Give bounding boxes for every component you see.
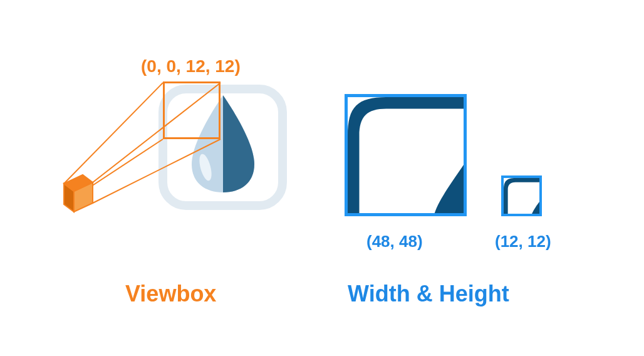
svg-marker-7 [64,175,93,191]
projection-prism [0,0,644,356]
rendered-12x12 [501,175,542,216]
dimensions-48-label: (48, 48) [366,232,423,251]
svg-line-1 [64,83,163,184]
rendered-48x48 [345,94,467,216]
viewbox-coords-label: (0, 0, 12, 12) [141,56,241,76]
width-height-title: Width & Height [348,281,509,307]
viewbox-title: Viewbox [125,281,216,307]
svg-marker-6 [64,184,74,212]
cropped-svg-large [348,97,464,213]
svg-marker-5 [74,182,93,212]
viewbox-crop-square [163,81,221,139]
cropped-svg-small [504,178,539,214]
dimensions-12-label: (12, 12) [495,232,551,251]
svg-line-3 [64,139,163,204]
